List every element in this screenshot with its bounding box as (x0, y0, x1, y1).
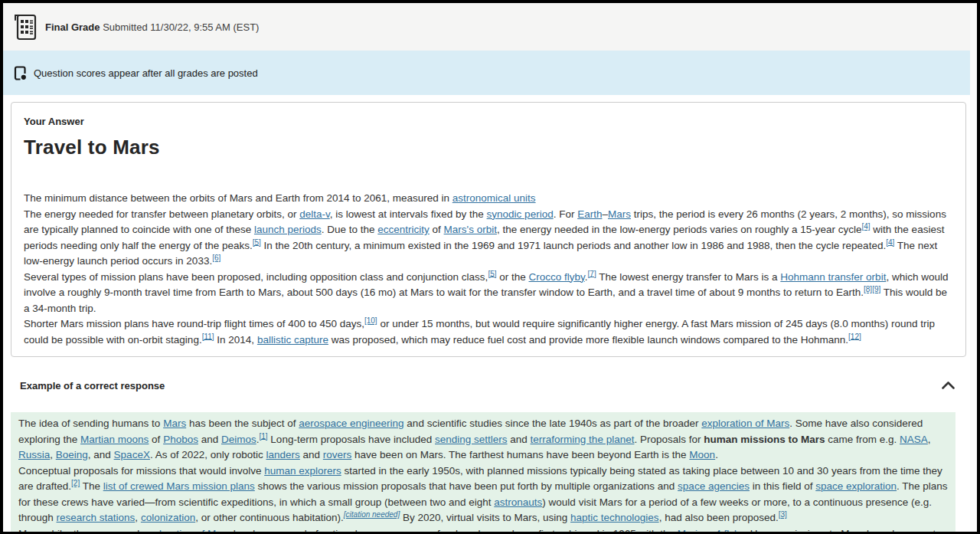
citation-link[interactable]: [2] (71, 479, 80, 487)
grades-notice-banner: Question scores appear after all grades … (3, 51, 977, 95)
citation-link[interactable]: [11] (202, 332, 214, 340)
text-link[interactable]: ballistic capture (257, 334, 328, 346)
text-link[interactable]: research stations (57, 512, 136, 523)
text-run: came from e.g. (825, 434, 900, 445)
final-grade-status: Final Grade Submitted 11/30/22, 9:55 AM … (45, 21, 259, 33)
text-link[interactable]: human explorers (264, 465, 341, 477)
notice-message: Question scores appear after all grades … (34, 67, 258, 79)
citation-link[interactable]: [4] (886, 238, 894, 246)
paragraph: The minimum distance between the orbits … (24, 191, 953, 207)
text-link[interactable]: haptic technologies (570, 512, 659, 523)
text-run: Several types of mission plans have been… (24, 271, 488, 283)
text-run: of (430, 224, 444, 235)
text-link[interactable]: sending settlers (435, 434, 508, 445)
text-link[interactable]: colonization (141, 512, 195, 523)
citation-link[interactable]: [3] (779, 510, 787, 519)
text-link[interactable]: Crocco flyby (529, 271, 585, 283)
text-run: . For (554, 208, 578, 220)
text-link[interactable]: Deimos (221, 434, 256, 445)
text-run: was proposed, which may reduce fuel cost… (328, 334, 848, 346)
text-run: . Human missions to Mars have been part (744, 528, 936, 532)
citation-link[interactable]: [10] (364, 316, 377, 325)
citation-link[interactable]: [5] (488, 269, 496, 277)
citation-link[interactable]: [7] (588, 269, 596, 277)
text-link[interactable]: rovers (323, 449, 352, 460)
text-run: The (80, 480, 103, 492)
text-run: The lowest energy transfer to Mars is a (596, 271, 781, 283)
text-link[interactable]: space agencies (678, 480, 750, 492)
citation-link[interactable]: [1] (259, 431, 267, 440)
your-answer-card: Your Answer Travel to Mars The minimum d… (11, 102, 966, 357)
paragraph: Conceptual proposals for missions that w… (18, 464, 948, 526)
citation-link[interactable]: [12] (848, 332, 861, 340)
text-run: – (602, 208, 608, 220)
answer-title: Travel to Mars (24, 136, 953, 159)
citation-link[interactable]: [citation needed] (344, 510, 400, 519)
text-run: , the energy needed in the low-energy pe… (497, 224, 862, 235)
text-link[interactable]: astronomical units (452, 192, 536, 204)
text-link[interactable]: launch periods (254, 224, 322, 235)
text-run: and (198, 434, 221, 445)
text-link[interactable]: SpaceX (114, 449, 150, 460)
text-link[interactable]: landers (266, 449, 300, 460)
text-run: , (50, 449, 56, 460)
text-link[interactable]: exploration of Mars (142, 528, 230, 532)
text-run: have been on Mars. The farthest humans h… (351, 449, 689, 460)
text-link[interactable]: Martian moons (80, 434, 149, 445)
text-link[interactable]: terraforming the planet (531, 434, 635, 445)
paragraph: The energy needed for transfer between p… (24, 207, 953, 270)
text-link[interactable]: Moon (689, 449, 715, 460)
rubric-grid-icon (12, 11, 38, 42)
text-run: Meanwhile, the unmanned (18, 528, 142, 532)
text-link[interactable]: Earth (577, 208, 602, 220)
text-run: , (928, 434, 931, 445)
paragraph: Several types of mission plans have been… (24, 270, 953, 317)
text-link[interactable]: exploration of Mars (701, 418, 789, 429)
citation-link[interactable]: [6] (212, 254, 220, 262)
text-run: and (508, 434, 531, 445)
chevron-up-icon[interactable] (939, 379, 957, 391)
citation-link[interactable]: [8][9] (864, 285, 880, 293)
text-link[interactable]: Hohmann transfer orbit (780, 271, 886, 283)
submitted-timestamp: Submitted 11/30/22, 9:55 AM (EST) (103, 21, 259, 33)
correct-response-label: Example of a correct response (20, 380, 165, 391)
text-link[interactable]: Boeing (56, 449, 88, 460)
text-run: , or other continuous habitation). (195, 512, 344, 523)
text-run: has been a goal of national space progra… (230, 528, 678, 532)
text-run: . Due to the (322, 224, 378, 235)
text-link[interactable]: Mars (608, 208, 631, 220)
text-run: and (300, 449, 323, 460)
text-run: , (135, 512, 141, 523)
text-link[interactable]: Mariner 4 flyby (678, 528, 745, 532)
text-run: in this field of (750, 480, 815, 492)
correct-response-header: Example of a correct response (11, 375, 966, 396)
text-link[interactable]: space exploration (815, 480, 897, 492)
text-link[interactable]: synodic period (487, 208, 554, 220)
text-link[interactable]: list of crewed Mars mission plans (103, 480, 255, 492)
paragraph: The idea of sending humans to Mars has b… (18, 416, 948, 464)
text-link[interactable]: Russia (18, 449, 50, 460)
text-link[interactable]: delta-v (299, 208, 330, 220)
text-run: , and (88, 449, 114, 460)
scrollbar-track[interactable] (970, 3, 977, 532)
text-link[interactable]: NASA (900, 434, 928, 445)
text-link[interactable]: Phobos (163, 434, 198, 445)
text-link[interactable]: astronauts (494, 496, 542, 508)
grade-page: Final Grade Submitted 11/30/22, 9:55 AM … (3, 3, 977, 532)
text-run: The minimum distance between the orbits … (24, 192, 452, 204)
final-grade-bar: Final Grade Submitted 11/30/22, 9:55 AM … (3, 3, 977, 51)
text-run: . As of 2022, only robotic (150, 449, 266, 460)
text-run: . Proposals for (634, 434, 704, 445)
paragraph: Shorter Mars mission plans have round-tr… (24, 316, 953, 348)
citation-link[interactable]: [5] (253, 238, 261, 246)
text-run: In the 20th century, a minimum existed i… (261, 240, 886, 251)
citation-link[interactable]: [4] (861, 222, 870, 231)
text-run: and scientific studies since the late 19… (404, 418, 702, 429)
text-link[interactable]: Mars (163, 418, 186, 429)
text-link[interactable]: aerospace engineering (299, 418, 403, 429)
text-run: , had also been proposed. (659, 512, 779, 523)
text-run: Conceptual proposals for missions that w… (18, 465, 264, 477)
text-link[interactable]: Mars's orbit (444, 224, 497, 235)
text-run: Shorter Mars mission plans have round-tr… (24, 318, 364, 329)
text-link[interactable]: eccentricity (377, 224, 430, 235)
